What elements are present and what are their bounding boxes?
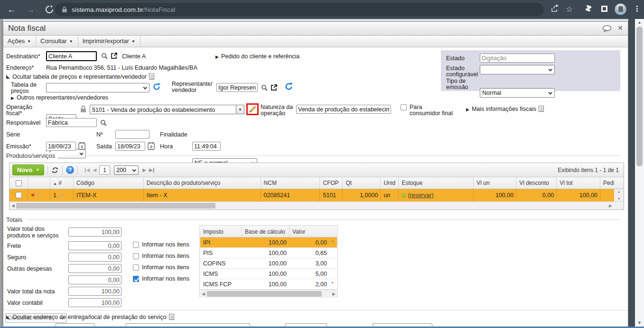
- search-icon[interactable]: [100, 119, 107, 126]
- prev-page-icon[interactable]: ◀: [93, 167, 96, 173]
- estado-configuravel-select[interactable]: [480, 65, 555, 74]
- frete-informar-checkbox[interactable]: [133, 242, 139, 248]
- destinatario-input[interactable]: [46, 51, 97, 61]
- refresh-icon[interactable]: [152, 82, 161, 91]
- tax-row[interactable]: PIS 100,00 0,65: [200, 248, 337, 258]
- desconto-informar-checkbox[interactable]: [133, 276, 139, 282]
- pencil-icon[interactable]: [249, 106, 256, 113]
- ocultar-tabela-toggle[interactable]: Ocultar tabela de preços e representante…: [6, 73, 154, 80]
- scroll-down-icon[interactable]: ▼: [330, 279, 337, 289]
- scroll-down-icon[interactable]: ▼: [635, 319, 644, 327]
- hscroll-thumb[interactable]: [16, 203, 215, 209]
- page-scrollbar[interactable]: ▲ ▼: [635, 19, 644, 327]
- ocultar-endereco-toggle[interactable]: Ocultar endereço de entrega/local de pre…: [6, 314, 174, 320]
- scroll-up-icon[interactable]: ▲: [617, 190, 621, 193]
- tab-square-icon[interactable]: [601, 5, 608, 12]
- row-vscroll[interactable]: ▲▼: [614, 189, 624, 201]
- footer-partial-input[interactable]: [285, 323, 327, 326]
- row-checkbox[interactable]: [16, 192, 22, 198]
- share-icon[interactable]: [551, 4, 559, 13]
- num-header[interactable]: ▲ #: [50, 177, 74, 189]
- tax-row[interactable]: IPI 100,00 0,00 ▲: [200, 237, 337, 248]
- codigo-header[interactable]: Código: [74, 177, 144, 189]
- hscroll-thumb[interactable]: [207, 291, 322, 297]
- first-page-icon[interactable]: ❙◀: [83, 167, 89, 173]
- destinatario-link[interactable]: Cliente A: [122, 54, 146, 60]
- scroll-down-icon[interactable]: ▼: [617, 197, 621, 200]
- open-external-icon[interactable]: [271, 84, 278, 91]
- menu-imprimir-exportar[interactable]: Imprimir/exportar▼: [78, 36, 140, 47]
- scroll-up-icon[interactable]: ▲: [330, 237, 337, 247]
- outras-despesas-input[interactable]: [68, 264, 121, 273]
- outras-informar-checkbox[interactable]: [133, 264, 139, 271]
- scroll-left-icon[interactable]: ◀: [202, 292, 205, 296]
- scroll-right-icon[interactable]: ▶: [609, 203, 612, 208]
- calendar-icon[interactable]: 8: [148, 142, 155, 150]
- qt-header[interactable]: Qt: [343, 177, 381, 189]
- calendar-icon[interactable]: 8: [78, 142, 85, 150]
- vl-desconto-header[interactable]: Vl desconto: [516, 177, 557, 189]
- edit-operacao-annotation[interactable]: [246, 103, 259, 115]
- estoque-header[interactable]: Estoque: [399, 177, 474, 189]
- open-external-icon[interactable]: [111, 52, 118, 59]
- tax-row[interactable]: ICMS FCP 100,00 2,00 ▼: [200, 279, 337, 290]
- move-down-icon[interactable]: ∨: [61, 194, 65, 198]
- chat-bubble-icon[interactable]: [602, 25, 612, 32]
- saida-data-input[interactable]: [115, 142, 145, 151]
- scrollbar-thumb[interactable]: [636, 27, 643, 166]
- address-bar[interactable]: sistema.maxiprod.com.br/NotaFiscal: [55, 3, 544, 16]
- tabela-precos-select[interactable]: [46, 83, 149, 92]
- grid-hscrollbar[interactable]: ◀ ▶: [9, 201, 624, 210]
- novo-button[interactable]: Novo▼: [12, 164, 44, 175]
- profile-avatar[interactable]: [614, 3, 627, 16]
- menu-dots-icon[interactable]: ⋮: [633, 4, 641, 13]
- vl-un-header[interactable]: Vl un: [474, 177, 516, 189]
- reload-icon[interactable]: [45, 5, 56, 16]
- outros-representantes-expander[interactable]: ▶Outros representantes/vendedores: [11, 95, 108, 101]
- table-row[interactable]: ✖ ✎ 1 ∧∨ ITEM-X Item - X 02085241 5101 1…: [9, 189, 624, 201]
- frete-input[interactable]: [68, 241, 121, 250]
- cfop-header[interactable]: CFOP: [320, 177, 343, 189]
- close-icon[interactable]: ✕: [617, 24, 623, 32]
- search-icon[interactable]: [261, 84, 268, 91]
- help-icon[interactable]: ?: [66, 166, 74, 174]
- extensions-puzzle-icon[interactable]: [584, 4, 592, 12]
- desconto-input[interactable]: [68, 275, 121, 284]
- numero-input[interactable]: [115, 130, 149, 139]
- descricao-header[interactable]: Descrição do produto/serviço: [144, 177, 261, 189]
- combo-dropdown-button[interactable]: ▼: [236, 105, 244, 114]
- pedido-expander[interactable]: ▶Pedido do cliente e referência: [215, 54, 299, 60]
- consumidor-final-checkbox[interactable]: [401, 104, 407, 110]
- next-page-icon[interactable]: ▶: [142, 167, 145, 173]
- mais-info-expander[interactable]: ▶Mais informações fiscais: [466, 106, 544, 113]
- select-all-checkbox[interactable]: [16, 180, 22, 186]
- natureza-input[interactable]: [296, 105, 391, 114]
- edit-row-icon[interactable]: ✎: [37, 191, 41, 198]
- ncm-header[interactable]: NCM: [261, 177, 320, 189]
- scroll-right-icon[interactable]: ▶: [332, 292, 336, 296]
- representante-input[interactable]: [216, 83, 258, 92]
- tipo-emissao-select[interactable]: Normal: [480, 88, 555, 98]
- grid-refresh-icon[interactable]: [51, 166, 59, 174]
- page-size-select[interactable]: 200: [114, 165, 139, 175]
- forward-icon[interactable]: →: [25, 4, 36, 15]
- unid-header[interactable]: Unid: [381, 177, 399, 189]
- menu-consultar[interactable]: Consultar▼: [36, 36, 78, 47]
- footer-partial-input[interactable]: [126, 323, 250, 326]
- last-page-icon[interactable]: ▶❙: [149, 167, 155, 173]
- menu-acoes[interactable]: Ações▼: [3, 36, 36, 47]
- bookmark-star-icon[interactable]: ☆: [566, 4, 573, 14]
- refresh-icon[interactable]: [284, 82, 293, 91]
- footer-partial-input[interactable]: [373, 323, 432, 326]
- pedi-header[interactable]: Pedi: [600, 177, 614, 189]
- back-icon[interactable]: ←: [6, 4, 17, 15]
- page-number-box[interactable]: 1: [99, 165, 110, 174]
- tax-row[interactable]: ICMS 100,00 5,00: [200, 269, 337, 279]
- scroll-up-icon[interactable]: ▲: [635, 19, 644, 26]
- emissao-input[interactable]: [46, 142, 76, 151]
- seguro-informar-checkbox[interactable]: [133, 253, 139, 259]
- reservar-link[interactable]: (reservar): [408, 192, 433, 199]
- tax-row[interactable]: COFINS 100,00 3,00: [200, 258, 337, 269]
- scroll-left-icon[interactable]: ◀: [11, 203, 15, 208]
- responsavel-input[interactable]: [46, 118, 97, 127]
